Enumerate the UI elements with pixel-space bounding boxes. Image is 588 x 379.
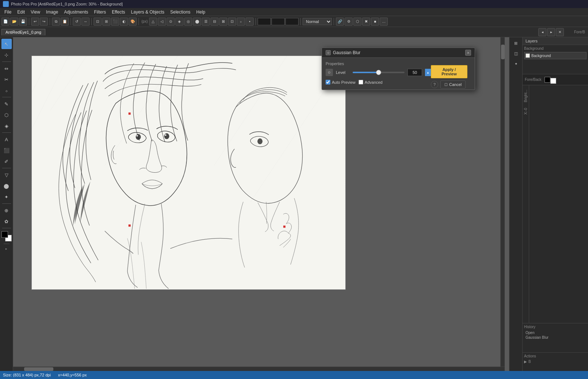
redo-btn[interactable]: ↪ [40,18,48,26]
crop-tool[interactable]: ✂ [1,74,12,85]
history-item-2[interactable]: Gaussian Blur [524,335,587,340]
layer-item[interactable]: Background [524,52,587,59]
tool-opt1[interactable]: △ [149,18,157,26]
menu-view[interactable]: View [28,9,43,15]
undo-btn[interactable]: ↩ [31,18,39,26]
zoom-input1[interactable]: 100 [258,18,271,25]
shape-tool[interactable]: ⬛ [1,145,12,155]
tool-opt10[interactable]: ⊡ [228,18,236,26]
scrollbar-thumb-v[interactable] [501,45,505,59]
menu-help[interactable]: Help [193,9,208,15]
tools-panel: ↖ ⊹ ⇔ ✂ ⬦ ✎ ⬡ ◈ A ⬛ ✐ ▽ ⬤ ✦ ⊕ ✿ ▸ [0,37,13,371]
color-swatches[interactable] [1,231,12,241]
hand-tool[interactable]: ✿ [1,216,12,226]
layers-sublabel: Background [524,46,587,50]
layers-content: Background Background [523,45,588,74]
level-slider[interactable] [353,70,405,75]
tool-opt6[interactable]: ⬤ [193,18,201,26]
new-btn[interactable]: 📄 [1,18,10,26]
menu-edit[interactable]: Edit [14,9,28,15]
tool-sep1 [2,61,11,62]
menu-filters[interactable]: Filters [91,9,109,15]
text-tool[interactable]: A [1,134,12,145]
level-value[interactable]: 50 [407,69,422,76]
tab-close[interactable]: ✕ [556,28,564,36]
tool-opt7[interactable]: ☰ [202,18,210,26]
extra-btn3[interactable]: ⬡ [353,18,361,26]
menu-file[interactable]: File [1,9,14,15]
save-btn[interactable]: 💾 [19,18,27,26]
tab-nav-right[interactable]: ▸ [547,28,555,36]
lasso-tool[interactable]: ⬦ [1,85,12,95]
scrollbar-vertical[interactable] [500,37,505,367]
menu-adjustments[interactable]: Adjustments [61,9,91,15]
tool-opt12[interactable]: ▪ [246,18,254,26]
scrollbar-thumb-h[interactable] [24,367,53,371]
side-content [529,85,588,323]
menu-image[interactable]: Image [43,9,61,15]
level-row: ⊙ Level 50 ▲ [326,69,431,76]
dialog-titlebar[interactable]: ⊙ Gaussian Blur ✕ [322,48,475,58]
extra-btn1[interactable]: 🔗 [336,18,344,26]
tool-opt8[interactable]: ⊟ [210,18,219,26]
properties-label: Properties [326,61,431,66]
slider-thumb[interactable] [376,70,381,75]
tool-opt3[interactable]: ⊙ [167,18,175,26]
fore-color[interactable] [545,77,550,83]
tool-opt4[interactable]: ◈ [175,18,183,26]
level-arrow-btn[interactable]: ▲ [425,69,431,76]
scrollbar-horizontal[interactable] [13,367,505,371]
extra-btn6[interactable]: … [380,18,388,26]
copy-btn[interactable]: ⧉ [52,18,60,26]
zoom-input3[interactable]: 0 [285,18,299,25]
help-btn[interactable]: ? [431,81,438,88]
back-color[interactable] [550,78,556,84]
menu-selections[interactable]: Selections [167,9,193,15]
brush-tool[interactable]: ✎ [1,99,12,109]
tool-opt11[interactable]: ⬦ [237,18,245,26]
transform-tool[interactable]: ⇔ [1,63,12,74]
extra-btn4[interactable]: ✖ [362,18,370,26]
tool-opt2[interactable]: ◁ [158,18,166,26]
svg-rect-14 [283,226,285,228]
effects-btn[interactable]: ✦ [511,59,521,69]
advanced-checkbox[interactable] [359,80,363,85]
clone-tool[interactable]: ◈ [1,121,12,131]
tool-opt5[interactable]: ◎ [184,18,192,26]
zoom-tool[interactable]: ⊕ [1,205,12,215]
resize-btn[interactable]: ⊞ [102,18,110,26]
auto-preview-label: Auto Preview [332,80,356,85]
tool-opt9[interactable]: ⊠ [219,18,227,26]
extra-btn2[interactable]: ⚙ [345,18,353,26]
layers-icon-btn[interactable]: ⊞ [511,38,521,48]
apply-preview-btn[interactable]: Apply / Preview [431,65,467,78]
menu-layers[interactable]: Layers & Objects [128,9,167,15]
open-btn[interactable]: 📂 [10,18,18,26]
active-tab[interactable]: AntiRedEye1_0.png [1,29,45,35]
dialog-close-btn[interactable]: ✕ [465,50,471,56]
move-tool[interactable]: ⊹ [1,50,12,60]
select-tool[interactable]: ↖ [1,39,12,49]
eyedrop-tool[interactable]: ✦ [1,192,12,202]
history-item-1[interactable]: Open [524,330,587,335]
extra-btn5[interactable]: ■ [371,18,379,26]
gradient-tool[interactable]: ▽ [1,170,12,180]
crop-btn[interactable]: ⊡ [94,18,102,26]
cancel-btn[interactable]: ☐ Cancel [440,80,466,89]
pen-tool[interactable]: ✐ [1,156,12,166]
fill-tool[interactable]: ⬤ [1,181,12,191]
channels-btn[interactable]: ◫ [511,48,521,59]
tab-nav-left[interactable]: ◂ [538,28,546,36]
menu-effects[interactable]: Effects [109,9,128,15]
filter-btn[interactable]: ◐ [120,18,128,26]
rotate-btn[interactable]: ↺ [73,18,81,26]
paste-btn[interactable]: 📋 [61,18,69,26]
blend-mode-select[interactable]: Normal [303,18,332,25]
zoom-input2[interactable]: 100 [272,18,285,25]
flip-btn[interactable]: ↔ [81,18,90,26]
canvas-btn[interactable]: ⬛ [111,18,119,26]
color-btn[interactable]: 🎨 [129,18,137,26]
eraser-tool[interactable]: ⬡ [1,110,12,120]
auto-preview-checkbox[interactable] [326,80,330,85]
window-title: Photo Pos Pro [AntiRedEye1_0.png Zoom: 3… [11,2,123,6]
